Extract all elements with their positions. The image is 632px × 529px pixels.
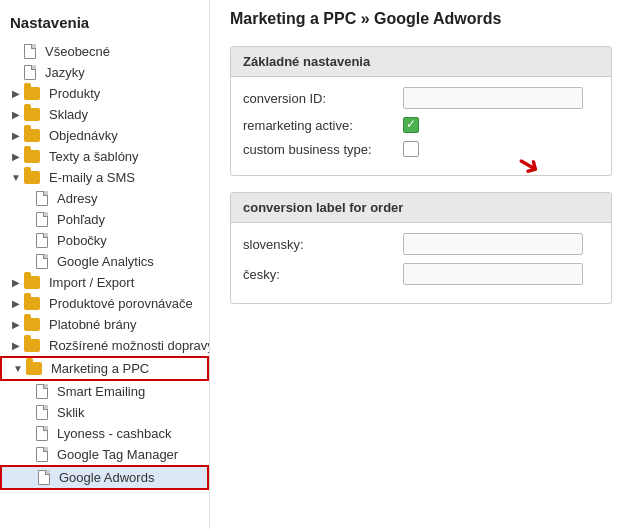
sidebar-label-produktove-porovnavace: Produktové porovnávače: [49, 296, 193, 311]
file-icon-google-adwords: [38, 470, 50, 485]
sidebar-arrow-texty-sablony[interactable]: [10, 151, 22, 162]
sidebar-label-marketing-ppc: Marketing a PPC: [51, 361, 149, 376]
sidebar-label-pobocky: Pobočky: [57, 233, 107, 248]
folder-icon-objednavky: [24, 129, 40, 142]
sidebar-item-jazyky[interactable]: Jazyky: [0, 62, 209, 83]
sidebar-item-pobocky[interactable]: Pobočky: [0, 230, 209, 251]
sidebar-title: Nastavenia: [0, 8, 209, 41]
sidebar: Nastavenia VšeobecnéJazykyProduktySklady…: [0, 0, 210, 529]
sidebar-arrow-produktove-porovnavace[interactable]: [10, 298, 22, 309]
main-content: Marketing a PPC » Google Adwords Základn…: [210, 0, 632, 529]
form-input-0[interactable]: [403, 87, 583, 109]
sidebar-arrow-platobne-brany[interactable]: [10, 319, 22, 330]
sidebar-arrow-emaily-sms[interactable]: [10, 172, 22, 183]
file-icon-jazyky: [24, 65, 36, 80]
sidebar-item-rozsirene-dopravy[interactable]: Rozšírené možnosti dopravy: [0, 335, 209, 356]
folder-icon-emaily-sms: [24, 171, 40, 184]
sidebar-label-sklik: Sklik: [57, 405, 84, 420]
sidebar-arrow-rozsirene-dopravy[interactable]: [10, 340, 22, 351]
file-icon-adresy: [36, 191, 48, 206]
file-icon-smart-emailing: [36, 384, 48, 399]
sidebar-label-sklady: Sklady: [49, 107, 88, 122]
sidebar-label-objednavky: Objednávky: [49, 128, 118, 143]
form-input-1[interactable]: [403, 263, 583, 285]
form-row-1: remarketing active:: [243, 117, 599, 133]
sidebar-label-google-analytics: Google Analytics: [57, 254, 154, 269]
sidebar-item-platobne-brany[interactable]: Platobné brány: [0, 314, 209, 335]
file-icon-lyoness: [36, 426, 48, 441]
sidebar-label-import-export: Import / Export: [49, 275, 134, 290]
sidebar-item-google-tag-manager[interactable]: Google Tag Manager: [0, 444, 209, 465]
form-row-1: česky:: [243, 263, 599, 285]
sidebar-item-marketing-ppc[interactable]: Marketing a PPC: [0, 356, 209, 381]
file-icon-google-analytics: [36, 254, 48, 269]
form-checkbox-1[interactable]: [403, 117, 419, 133]
page-title: Marketing a PPC » Google Adwords: [230, 10, 612, 32]
section-zakladne-nastavenia: Základné nastaveniaconversion ID:remarke…: [230, 46, 612, 176]
sidebar-label-google-tag-manager: Google Tag Manager: [57, 447, 178, 462]
folder-icon-platobne-brany: [24, 318, 40, 331]
sidebar-label-pohlady: Pohľady: [57, 212, 105, 227]
sidebar-label-google-adwords: Google Adwords: [59, 470, 154, 485]
folder-icon-import-export: [24, 276, 40, 289]
sidebar-label-smart-emailing: Smart Emailing: [57, 384, 145, 399]
file-icon-vseobecne: [24, 44, 36, 59]
file-icon-sklik: [36, 405, 48, 420]
sidebar-item-google-adwords[interactable]: Google Adwords: [0, 465, 209, 490]
sidebar-label-rozsirene-dopravy: Rozšírené možnosti dopravy: [49, 338, 210, 353]
form-checkbox-2[interactable]: [403, 141, 419, 157]
sidebar-label-texty-sablony: Texty a šablóny: [49, 149, 139, 164]
form-row-0: slovensky:: [243, 233, 599, 255]
sidebar-item-vseobecne[interactable]: Všeobecné: [0, 41, 209, 62]
sidebar-item-adresy[interactable]: Adresy: [0, 188, 209, 209]
form-row-2: custom business type:: [243, 141, 599, 157]
form-input-0[interactable]: [403, 233, 583, 255]
sidebar-item-sklik[interactable]: Sklik: [0, 402, 209, 423]
sidebar-item-objednavky[interactable]: Objednávky: [0, 125, 209, 146]
file-icon-pohlady: [36, 212, 48, 227]
sidebar-label-platobne-brany: Platobné brány: [49, 317, 136, 332]
folder-icon-produkty: [24, 87, 40, 100]
sidebar-item-sklady[interactable]: Sklady: [0, 104, 209, 125]
folder-icon-marketing-ppc: [26, 362, 42, 375]
sidebar-arrow-objednavky[interactable]: [10, 130, 22, 141]
section-body-conversion-label: slovensky:česky:: [231, 223, 611, 303]
sidebar-item-google-analytics[interactable]: Google Analytics: [0, 251, 209, 272]
sidebar-label-lyoness: Lyoness - cashback: [57, 426, 171, 441]
sidebar-arrow-produkty[interactable]: [10, 88, 22, 99]
folder-icon-produktove-porovnavace: [24, 297, 40, 310]
form-label-1: česky:: [243, 267, 403, 282]
sidebar-label-jazyky: Jazyky: [45, 65, 85, 80]
form-label-1: remarketing active:: [243, 118, 403, 133]
sidebar-item-import-export[interactable]: Import / Export: [0, 272, 209, 293]
folder-icon-rozsirene-dopravy: [24, 339, 40, 352]
section-body-zakladne-nastavenia: conversion ID:remarketing active:custom …: [231, 77, 611, 175]
sidebar-label-produkty: Produkty: [49, 86, 100, 101]
sidebar-item-pohlady[interactable]: Pohľady: [0, 209, 209, 230]
form-label-0: conversion ID:: [243, 91, 403, 106]
sidebar-label-emaily-sms: E-maily a SMS: [49, 170, 135, 185]
section-header-zakladne-nastavenia: Základné nastavenia: [231, 47, 611, 77]
folder-icon-sklady: [24, 108, 40, 121]
sidebar-arrow-marketing-ppc[interactable]: [12, 363, 24, 374]
sidebar-item-smart-emailing[interactable]: Smart Emailing: [0, 381, 209, 402]
form-row-0: conversion ID:: [243, 87, 599, 109]
sidebar-item-produkty[interactable]: Produkty: [0, 83, 209, 104]
sidebar-item-texty-sablony[interactable]: Texty a šablóny: [0, 146, 209, 167]
file-icon-pobocky: [36, 233, 48, 248]
form-label-0: slovensky:: [243, 237, 403, 252]
sidebar-arrow-sklady[interactable]: [10, 109, 22, 120]
sidebar-label-vseobecne: Všeobecné: [45, 44, 110, 59]
sidebar-label-adresy: Adresy: [57, 191, 97, 206]
sidebar-arrow-import-export[interactable]: [10, 277, 22, 288]
sidebar-item-produktove-porovnavace[interactable]: Produktové porovnávače: [0, 293, 209, 314]
section-conversion-label: conversion label for orderslovensky:česk…: [230, 192, 612, 304]
sidebar-item-lyoness[interactable]: Lyoness - cashback: [0, 423, 209, 444]
sidebar-item-emaily-sms[interactable]: E-maily a SMS: [0, 167, 209, 188]
form-label-2: custom business type:: [243, 142, 403, 157]
file-icon-google-tag-manager: [36, 447, 48, 462]
section-header-conversion-label: conversion label for order: [231, 193, 611, 223]
folder-icon-texty-sablony: [24, 150, 40, 163]
